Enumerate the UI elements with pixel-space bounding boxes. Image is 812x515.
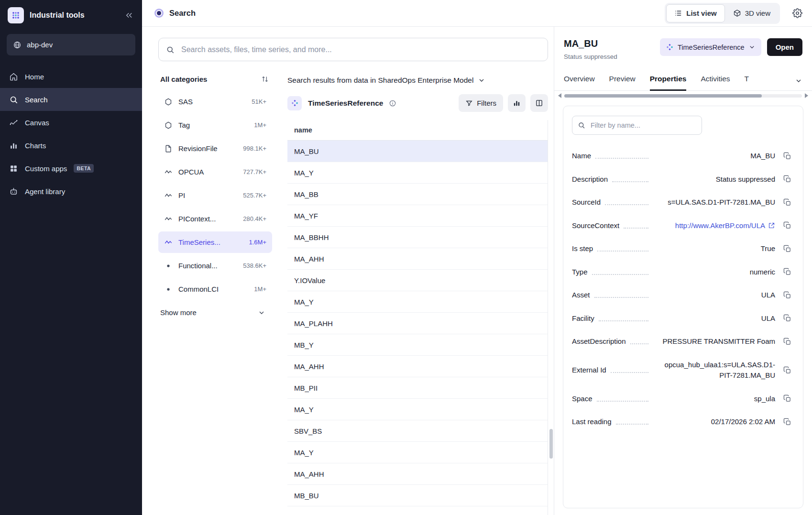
property-label: AssetDescription [572,337,626,346]
table-row[interactable]: MA_AHH [287,356,548,377]
gear-icon [792,8,802,18]
category-item[interactable]: CommonLCI 1M+ [158,278,272,300]
category-item[interactable]: Functional... 538.6K+ [158,255,272,276]
copy-button[interactable] [780,394,794,403]
scrollbar-thumb[interactable] [564,94,762,98]
category-item[interactable]: OPCUA 727.7K+ [158,161,272,183]
detail-tab[interactable]: T [745,75,749,91]
detail-tab[interactable]: Overview [564,75,595,91]
sidebar-item[interactable]: Canvas [0,111,142,134]
filters-button[interactable]: Filters [459,94,503,112]
settings-button[interactable] [792,8,802,18]
copy-button[interactable] [780,268,794,276]
table-row[interactable]: MA_BU [287,141,548,162]
open-button[interactable]: Open [767,38,802,56]
scrollbar-track[interactable] [564,94,802,98]
columns-icon [535,99,543,107]
row-name: MA_AHH [294,255,324,263]
category-item[interactable]: TimeSeries... 1.6M+ [158,231,272,253]
table-row[interactable]: SBV_BS [287,420,548,442]
chart-view-button[interactable] [508,94,526,112]
sidebar-item[interactable]: Custom apps BETA [0,157,142,180]
table-row[interactable]: MB_Y [287,334,548,356]
dotted-leader [599,320,648,321]
main-wrap: Search List view 3D view [142,0,812,515]
category-item[interactable]: PI 525.7K+ [158,185,272,206]
table-row[interactable]: MA_AHH [287,463,548,485]
results-scrollbar-thumb[interactable] [549,429,553,459]
table-row[interactable]: MA_Y [287,162,548,184]
copy-button[interactable] [780,338,794,346]
category-item[interactable]: PIContext... 280.4K+ [158,208,272,230]
copy-button[interactable] [780,366,794,374]
detail-tab[interactable]: Properties [650,75,687,91]
type-dropdown[interactable]: TimeSeriesReference [660,38,761,56]
table-row[interactable]: MA_PLAHH [287,313,548,334]
search-input[interactable] [158,38,548,61]
copy-button[interactable] [780,152,794,160]
categories-panel: All categories [158,74,272,515]
dot-icon [164,262,173,270]
property-filter-input[interactable] [572,116,702,135]
copy-icon [783,268,791,276]
sidebar-header: Industrial tools [0,0,142,27]
copy-icon [783,175,791,183]
scroll-right-arrow[interactable] [805,93,808,98]
property-label: Space [572,394,593,404]
view-toggle-button[interactable]: 3D view [725,4,779,22]
category-item[interactable]: SAS 51K+ [158,91,272,112]
show-more-button[interactable]: Show more [158,302,272,323]
copy-button[interactable] [780,198,794,207]
copy-button[interactable] [780,221,794,230]
sort-categories-button[interactable] [261,75,269,83]
copy-icon [783,394,791,403]
detail-tab[interactable]: Preview [609,75,636,91]
copy-button[interactable] [780,291,794,299]
category-item[interactable]: RevisionFile 998.1K+ [158,138,272,159]
sidebar-item[interactable]: Search [0,88,142,111]
info-icon [389,99,396,107]
results-source-dropdown[interactable]: Search results from data in SharedOps En… [287,74,548,94]
detail-tab[interactable]: Activities [701,75,730,91]
copy-button[interactable] [780,314,794,322]
table-row[interactable]: MA_AHH [287,248,548,270]
categories-list: SAS 51K+ Tag 1M+ [158,91,272,300]
copy-button[interactable] [780,175,794,183]
sidebar-item[interactable]: Agent library [0,180,142,203]
apps-grid-icon [9,164,18,173]
canvas-icon [9,118,18,127]
copy-button[interactable] [780,245,794,253]
search-icon [578,121,585,129]
info-button[interactable] [388,99,397,108]
search-app-icon [154,9,164,18]
more-tabs-button[interactable] [795,77,802,90]
hexagon-icon [164,121,173,130]
sidebar-item[interactable]: Charts [0,134,142,157]
project-selector[interactable]: abp-dev [7,34,135,55]
table-row[interactable]: MA_Y [287,399,548,420]
dotted-leader [597,401,648,402]
columns-view-button[interactable] [530,94,548,112]
property-label: SourceId [572,197,601,207]
scroll-left-arrow[interactable] [558,93,561,98]
property-value: PRESSURE TRANSMITTER Foam [654,336,775,347]
category-item[interactable]: Tag 1M+ [158,114,272,136]
table-row[interactable]: MA_BB [287,184,548,205]
view-toggle-button[interactable]: List view [666,4,724,22]
category-label: PI [178,191,237,199]
copy-button[interactable] [780,418,794,426]
table-row[interactable]: MA_Y [287,291,548,313]
sidebar-item[interactable]: Home [0,65,142,88]
table-row[interactable]: MA_YF [287,205,548,227]
categories-title: All categories [160,75,207,83]
table-row[interactable]: MA_Y [287,442,548,463]
table-row[interactable]: Y.IOValue [287,270,548,291]
dotted-leader [597,251,648,252]
table-row[interactable]: MB_BU [287,485,548,506]
property-value: Status suppressed [654,174,775,185]
collapse-sidebar-button[interactable] [124,10,134,21]
table-row[interactable]: MB_PII [287,377,548,399]
view-toggle: List view 3D view [665,3,780,24]
table-header: name [287,120,548,141]
table-row[interactable]: MA_BBHH [287,227,548,248]
